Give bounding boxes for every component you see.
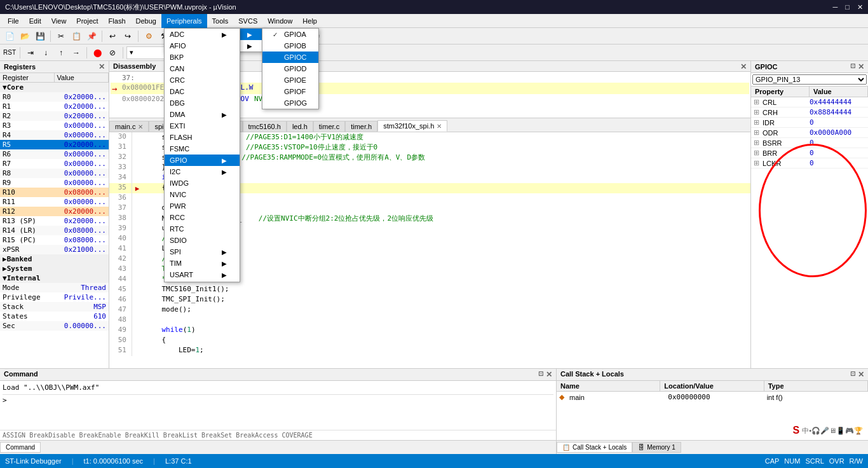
submenu-gpioa[interactable]: ✓ GPIOA	[262, 29, 318, 40]
reg-group-internal[interactable]: ▼ Internal	[0, 273, 109, 283]
gpio-row-odr[interactable]: ⊞ ODR 0x0000A000	[751, 128, 868, 138]
reg-row-xpsr[interactable]: xPSR0x21000...	[0, 245, 109, 254]
tab-main-c[interactable]: main.c ✕	[109, 121, 149, 132]
submenu-gpioe[interactable]: GPIOE	[262, 74, 318, 86]
reg-row-r14[interactable]: R14 (LR)0x08000...	[0, 226, 109, 235]
crh-expand[interactable]: ⊞	[754, 108, 761, 116]
menu-edit[interactable]: Edit	[24, 14, 46, 28]
menu-sv-spi[interactable]: SPI▶	[165, 246, 240, 258]
tab-tmc5160-h[interactable]: tmc5160.h	[243, 121, 287, 132]
submenu-gpiob[interactable]: GPIOB	[262, 40, 318, 52]
callstack-close-btn[interactable]: ✕	[858, 370, 864, 379]
reset-debug-btn[interactable]: RST	[3, 46, 17, 60]
gpio-pin-select[interactable]: GPIO_PIN_13	[752, 74, 867, 85]
menu-sv-flash[interactable]: FLASH	[165, 132, 240, 143]
gpio-close-btn[interactable]: ✕	[858, 62, 864, 71]
build-btn[interactable]: ⚙	[142, 29, 156, 43]
undo-btn[interactable]: ↩	[105, 29, 119, 43]
callstack-float-btn[interactable]: ⊡	[850, 370, 855, 379]
submenu-gpiof[interactable]: GPIOF	[262, 86, 318, 97]
registers-close-btn[interactable]: ✕	[98, 62, 105, 71]
reg-row-r13[interactable]: R13 (SP)0x20000...	[0, 216, 109, 226]
reg-row-r0[interactable]: R00x20000...	[0, 92, 109, 102]
maximize-btn[interactable]: □	[845, 3, 850, 11]
reg-row-r4[interactable]: R40x00000...	[0, 130, 109, 140]
menu-sv-sdio[interactable]: SDIO	[165, 235, 240, 246]
menu-flash[interactable]: Flash	[104, 14, 131, 28]
reg-group-banked[interactable]: ▶ Banked	[0, 254, 109, 264]
reg-row-privilege[interactable]: PrivilegePrivile...	[0, 292, 109, 302]
brr-expand[interactable]: ⊞	[754, 149, 761, 157]
gpio-float-btn[interactable]: ⊡	[850, 62, 855, 71]
reg-row-r1[interactable]: R10x20000...	[0, 102, 109, 111]
step-over-btn[interactable]: ⇥	[24, 46, 37, 60]
cut-btn[interactable]: ✂	[54, 29, 68, 43]
reg-group-system[interactable]: ▶ System	[0, 264, 109, 273]
cmd-tab-command[interactable]: Command	[0, 442, 41, 453]
menu-sv-tim[interactable]: TIM▶	[165, 258, 240, 269]
submenu-gpioc[interactable]: GPIOC	[262, 52, 318, 63]
copy-btn[interactable]: 📋	[69, 29, 83, 43]
reg-row-r8[interactable]: R80x00000...	[0, 169, 109, 178]
gpio-row-bsrr[interactable]: ⊞ BSRR 0	[751, 138, 868, 148]
menu-sv-afio[interactable]: AFIO	[165, 40, 240, 52]
reg-row-r12[interactable]: R120x20000...	[0, 207, 109, 216]
menu-help[interactable]: Help	[297, 14, 322, 28]
menu-sv-gpio[interactable]: GPIO▶	[165, 155, 240, 166]
clear-bp-btn[interactable]: ⊘	[105, 46, 119, 60]
run-to-cursor-btn[interactable]: →	[69, 46, 83, 60]
reg-group-core[interactable]: ▼ Core	[0, 83, 109, 92]
new-file-btn[interactable]: 📄	[3, 29, 17, 43]
tab-stm32-close[interactable]: ✕	[437, 123, 442, 130]
gpio-row-brr[interactable]: ⊞ BRR 0	[751, 148, 868, 158]
menu-debug[interactable]: Debug	[131, 14, 161, 28]
cs-row-main[interactable]: ◆ main 0x00000000 int f()	[557, 392, 868, 403]
menu-sv-dma[interactable]: DMA▶	[165, 109, 240, 120]
menu-sv-dbg[interactable]: DBG	[165, 97, 240, 109]
step-into-btn[interactable]: ↓	[39, 46, 53, 60]
save-btn[interactable]: 💾	[33, 29, 47, 43]
tab-stm32f10x-spi-h[interactable]: stm32f10x_spi.h ✕	[377, 120, 447, 132]
menu-sv-nvic[interactable]: NVIC	[165, 189, 240, 200]
command-float-btn[interactable]: ⊡	[538, 370, 543, 379]
menu-window[interactable]: Window	[262, 14, 297, 28]
menu-sv-exti[interactable]: EXTI	[165, 120, 240, 132]
menu-sv-rtc[interactable]: RTC	[165, 223, 240, 235]
menu-file[interactable]: File	[3, 14, 24, 28]
menu-sv-crc[interactable]: CRC	[165, 74, 240, 86]
menu-sv-rcc[interactable]: RCC	[165, 212, 240, 223]
cs-tab-memory[interactable]: 🗄 Memory 1	[632, 442, 681, 453]
open-file-btn[interactable]: 📂	[18, 29, 32, 43]
idr-expand[interactable]: ⊞	[754, 118, 761, 127]
redo-btn[interactable]: ↪	[121, 29, 135, 43]
reg-row-r2[interactable]: R20x20000...	[0, 111, 109, 121]
reg-row-r7[interactable]: R70x00000...	[0, 159, 109, 169]
tab-led-h[interactable]: led.h	[287, 121, 313, 132]
reg-row-r6[interactable]: R60x00000...	[0, 149, 109, 159]
reg-row-r5[interactable]: R50x20000...	[0, 140, 109, 149]
gpio-row-crh[interactable]: ⊞ CRH 0x88844444	[751, 107, 868, 118]
menu-sv-bkp[interactable]: BKP	[165, 52, 240, 63]
reg-row-sec[interactable]: Sec0.00000...	[0, 321, 109, 331]
lckr-expand[interactable]: ⊞	[754, 159, 761, 167]
breakpoint-btn[interactable]: ⬤	[90, 46, 104, 60]
menu-sv-pwr[interactable]: PWR	[165, 200, 240, 212]
submenu-gpiog[interactable]: GPIOG	[262, 97, 318, 109]
reg-row-r10[interactable]: R100x08000...	[0, 188, 109, 197]
submenu-gpiod[interactable]: GPIOD	[262, 63, 318, 74]
menu-sv-iwdg[interactable]: IWDG	[165, 177, 240, 189]
menu-view[interactable]: View	[46, 14, 72, 28]
command-close-btn[interactable]: ✕	[546, 370, 552, 379]
menu-sv-adc[interactable]: ADC▶	[165, 29, 240, 40]
memory-dropdown[interactable]: ▾	[126, 46, 165, 59]
menu-sv-can[interactable]: CAN	[165, 63, 240, 74]
menu-tools[interactable]: Tools	[207, 14, 234, 28]
cs-tab-callstack[interactable]: 📋 Call Stack + Locals	[557, 442, 632, 453]
gpio-row-crl[interactable]: ⊞ CRL 0x44444444	[751, 97, 868, 107]
crl-expand[interactable]: ⊞	[754, 98, 761, 106]
bsrr-expand[interactable]: ⊞	[754, 139, 761, 147]
menu-sv-dac[interactable]: DAC	[165, 86, 240, 97]
odr-expand[interactable]: ⊞	[754, 128, 761, 137]
reg-row-r9[interactable]: R90x00000...	[0, 178, 109, 188]
step-out-btn[interactable]: ↑	[54, 46, 68, 60]
